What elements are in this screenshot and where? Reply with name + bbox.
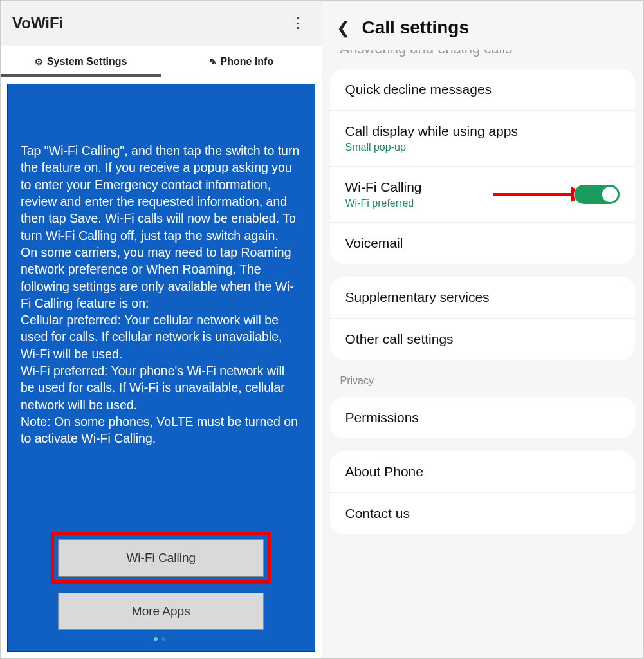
button-stack: Wi-Fi Calling More Apps <box>21 532 302 630</box>
overflow-menu-icon[interactable]: ⋮ <box>286 14 310 33</box>
row-permissions[interactable]: Permissions <box>330 397 636 438</box>
wifi-calling-toggle[interactable] <box>574 185 620 204</box>
highlight-annotation: Wi-Fi Calling <box>51 532 271 584</box>
app-title: VoWiFi <box>12 14 63 32</box>
tab-phone-info[interactable]: ✎ Phone Info <box>161 46 321 77</box>
back-icon[interactable]: ❮ <box>336 18 351 38</box>
section-label-privacy: Privacy <box>322 366 643 391</box>
wifi-calling-button[interactable]: Wi-Fi Calling <box>58 539 264 577</box>
instruction-panel: Tap "Wi-Fi Calling", and then tap the sw… <box>7 84 315 652</box>
partial-row-clip: Answering and ending calls <box>322 50 643 62</box>
row-voicemail[interactable]: Voicemail <box>330 223 636 264</box>
settings-card-1: Quick decline messages Call display whil… <box>330 69 636 264</box>
row-quick-decline[interactable]: Quick decline messages <box>330 69 636 111</box>
signal-icon: ✎ <box>209 57 217 67</box>
right-pane-call-settings: ❮ Call settings Answering and ending cal… <box>322 1 644 658</box>
gear-icon: ⚙ <box>35 57 43 67</box>
tab-bar: ⚙ System Settings ✎ Phone Info <box>1 46 322 77</box>
more-apps-button[interactable]: More Apps <box>58 593 264 630</box>
settings-card-privacy: Permissions <box>330 397 636 438</box>
page-title: Call settings <box>362 17 469 38</box>
row-call-display[interactable]: Call display while using apps Small pop-… <box>330 111 636 167</box>
row-other-settings[interactable]: Other call settings <box>330 319 636 360</box>
left-app-header: VoWiFi ⋮ <box>1 1 322 46</box>
left-pane-vowifi-app: VoWiFi ⋮ ⚙ System Settings ✎ Phone Info … <box>1 1 322 658</box>
toggle-knob <box>602 187 618 202</box>
row-about-phone[interactable]: About Phone <box>330 451 636 493</box>
tab-system-settings[interactable]: ⚙ System Settings <box>1 46 161 77</box>
settings-header: ❮ Call settings <box>322 1 643 52</box>
instruction-text: Tap "Wi-Fi Calling", and then tap the sw… <box>21 142 302 447</box>
page-dot-active: ● <box>153 633 161 644</box>
row-supplementary[interactable]: Supplementary services <box>330 277 636 319</box>
page-indicator: ●● <box>21 633 302 645</box>
page-dot-inactive: ● <box>161 633 169 644</box>
row-wifi-calling[interactable]: Wi-Fi Calling Wi-Fi preferred <box>330 167 636 223</box>
tab-label: Phone Info <box>221 56 274 68</box>
row-subtext: Small pop-up <box>345 142 518 153</box>
content-wrap: Tap "Wi-Fi Calling", and then tap the sw… <box>1 77 322 658</box>
settings-card-about: About Phone Contact us <box>330 451 636 534</box>
tab-label: System Settings <box>47 56 127 68</box>
settings-card-2: Supplementary services Other call settin… <box>330 277 636 360</box>
row-subtext: Wi-Fi preferred <box>345 198 422 209</box>
row-contact-us[interactable]: Contact us <box>330 493 636 534</box>
